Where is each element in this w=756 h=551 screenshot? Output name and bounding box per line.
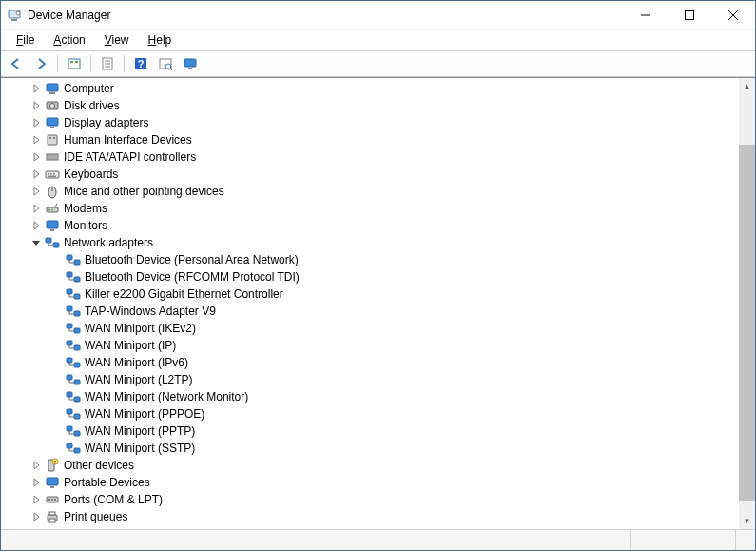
network-icon <box>66 252 81 267</box>
svg-rect-22 <box>49 92 55 94</box>
app-icon <box>7 8 22 23</box>
tree-category-modems[interactable]: Modems <box>7 200 739 217</box>
expander-icon[interactable] <box>29 116 43 129</box>
svg-rect-40 <box>48 176 56 178</box>
tree-device-label: Bluetooth Device (Personal Area Network) <box>85 253 299 266</box>
tree-device-item[interactable]: Bluetooth Device (RFCOMM Protocol TDI) <box>7 268 739 285</box>
svg-rect-86 <box>49 519 55 522</box>
tree-device-item[interactable]: WAN Miniport (SSTP) <box>7 440 739 457</box>
toolbar-monitor-button[interactable] <box>179 53 202 74</box>
svg-rect-51 <box>67 255 72 260</box>
tree-device-label: Bluetooth Device (RFCOMM Protocol TDI) <box>85 270 300 284</box>
svg-rect-79 <box>50 486 54 488</box>
expander-icon[interactable] <box>29 167 43 181</box>
menu-view[interactable]: View <box>97 31 137 49</box>
scroll-track[interactable] <box>739 94 755 513</box>
tree-device-item[interactable]: WAN Miniport (Network Monitor) <box>7 388 739 405</box>
tree-device-item[interactable]: WAN Miniport (IP) <box>7 337 739 354</box>
svg-line-46 <box>55 204 57 207</box>
svg-point-81 <box>48 499 50 501</box>
expander-icon[interactable] <box>29 510 43 523</box>
tree-category-keyboards[interactable]: Keyboards <box>7 166 739 183</box>
tree-category-portable[interactable]: Portable Devices <box>7 474 739 491</box>
computer-icon <box>45 81 60 96</box>
network-icon <box>66 286 81 302</box>
expander-icon[interactable] <box>29 133 43 147</box>
printer-icon <box>45 509 60 524</box>
tree-category-hid[interactable]: Human Interface Devices <box>7 131 739 148</box>
menu-action[interactable]: Action <box>46 31 92 49</box>
toolbar-help-button[interactable]: ? <box>129 53 152 74</box>
svg-point-83 <box>54 499 56 501</box>
tree-category-label: Keyboards <box>64 167 118 181</box>
svg-point-44 <box>48 209 50 211</box>
svg-rect-54 <box>74 277 80 282</box>
tree-category-monitors[interactable]: Monitors <box>7 217 739 234</box>
other-icon: ? <box>45 458 60 473</box>
tree-device-item[interactable]: WAN Miniport (IPv6) <box>7 354 739 371</box>
ports-icon <box>45 492 60 507</box>
tree-category-label: Ports (COM & LPT) <box>64 493 163 506</box>
toolbar-forward-button[interactable] <box>29 53 52 74</box>
expander-icon[interactable] <box>29 82 43 95</box>
device-tree[interactable]: ComputerDisk drivesDisplay adaptersHuman… <box>1 78 739 529</box>
network-icon <box>66 423 81 439</box>
tree-category-print-queues[interactable]: Print queues <box>7 508 739 525</box>
tree-category-ports[interactable]: Ports (COM & LPT) <box>7 491 739 508</box>
svg-rect-27 <box>48 135 57 145</box>
svg-rect-57 <box>67 306 72 311</box>
expander-icon[interactable] <box>29 476 43 489</box>
toolbar-back-button[interactable] <box>5 53 28 74</box>
tree-category-computer[interactable]: Computer <box>7 80 739 97</box>
menu-help[interactable]: Help <box>141 31 180 49</box>
expander-icon[interactable] <box>29 459 43 472</box>
toolbar-separator <box>124 55 125 72</box>
expander-icon[interactable] <box>29 185 43 198</box>
svg-point-82 <box>51 499 53 501</box>
scroll-down-button[interactable]: ▼ <box>739 513 755 529</box>
expander-icon[interactable] <box>29 493 43 506</box>
expander-icon[interactable] <box>29 150 43 164</box>
tree-device-item[interactable]: WAN Miniport (L2TP) <box>7 371 739 388</box>
svg-rect-55 <box>67 289 72 294</box>
scroll-thumb[interactable] <box>739 145 755 501</box>
expander-icon[interactable] <box>29 219 43 232</box>
close-button[interactable] <box>711 1 755 29</box>
toolbar-properties-button[interactable] <box>96 53 119 74</box>
tree-category-disk-drives[interactable]: Disk drives <box>7 97 739 114</box>
network-icon <box>45 235 60 250</box>
toolbar-scan-button[interactable] <box>154 53 177 74</box>
tree-device-label: WAN Miniport (PPTP) <box>85 424 195 438</box>
tree-category-network[interactable]: Network adapters <box>7 234 739 251</box>
maximize-button[interactable] <box>668 1 711 29</box>
tree-device-item[interactable]: WAN Miniport (IKEv2) <box>7 320 739 337</box>
tree-device-item[interactable]: WAN Miniport (PPTP) <box>7 423 739 440</box>
expander-icon[interactable] <box>29 99 43 112</box>
ide-icon <box>45 149 60 165</box>
tree-device-item[interactable]: Bluetooth Device (Personal Area Network) <box>7 251 739 268</box>
expander-icon[interactable] <box>29 202 43 215</box>
statusbar-cell <box>1 530 631 550</box>
tree-category-display-adapters[interactable]: Display adapters <box>7 114 739 131</box>
tree-device-label: WAN Miniport (L2TP) <box>85 373 193 386</box>
tree-category-ide[interactable]: IDE ATA/ATAPI controllers <box>7 148 739 166</box>
tree-device-label: WAN Miniport (PPPOE) <box>85 407 204 421</box>
tree-category-mice[interactable]: Mice and other pointing devices <box>7 183 739 200</box>
tree-category-label: Mice and other pointing devices <box>64 185 224 198</box>
svg-rect-62 <box>74 345 80 350</box>
tree-wrap: ComputerDisk drivesDisplay adaptersHuman… <box>1 78 755 529</box>
network-icon <box>66 304 81 319</box>
tree-device-item[interactable]: WAN Miniport (PPPOE) <box>7 405 739 423</box>
svg-rect-67 <box>67 392 72 397</box>
tree-device-item[interactable]: TAP-Windows Adapter V9 <box>7 303 739 320</box>
tree-category-label: Human Interface Devices <box>64 133 192 147</box>
minimize-button[interactable] <box>624 1 668 29</box>
tree-device-item[interactable]: Killer e2200 Gigabit Ethernet Controller <box>7 285 739 303</box>
vertical-scrollbar[interactable]: ▲ ▼ <box>739 78 755 529</box>
menu-file[interactable]: File <box>9 31 42 49</box>
content-area: ComputerDisk drivesDisplay adaptersHuman… <box>1 77 755 529</box>
tree-category-other[interactable]: ?Other devices <box>7 457 739 474</box>
toolbar-show-hidden-button[interactable] <box>63 53 86 74</box>
scroll-up-button[interactable]: ▲ <box>739 78 755 94</box>
expander-icon[interactable] <box>29 236 43 249</box>
